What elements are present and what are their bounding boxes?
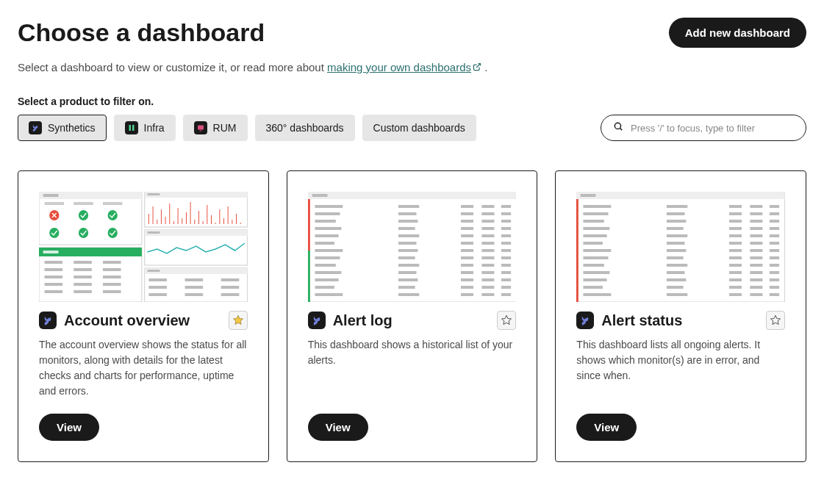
svg-rect-4 [199, 131, 201, 132]
svg-rect-81 [308, 199, 310, 251]
svg-rect-101 [481, 227, 494, 230]
svg-rect-73 [185, 286, 204, 289]
svg-rect-22 [45, 261, 63, 264]
svg-rect-216 [770, 293, 779, 296]
svg-rect-151 [576, 199, 578, 302]
svg-rect-10 [45, 202, 64, 205]
svg-rect-128 [315, 271, 341, 274]
svg-rect-30 [103, 276, 121, 278]
svg-rect-94 [398, 220, 418, 223]
svg-rect-172 [584, 234, 607, 237]
svg-rect-165 [750, 220, 763, 223]
svg-rect-179 [729, 242, 742, 245]
card-description: This dashboard lists all ongoing alerts.… [576, 337, 785, 399]
favorite-button[interactable] [497, 311, 516, 330]
card-title: Alert log [333, 312, 393, 329]
view-button[interactable]: View [308, 414, 368, 441]
svg-rect-89 [398, 212, 417, 215]
svg-rect-76 [185, 293, 204, 296]
making-dashboards-link[interactable]: making your own dashboards [327, 61, 471, 73]
svg-rect-91 [481, 212, 494, 215]
svg-rect-90 [461, 212, 473, 215]
svg-rect-80 [312, 194, 327, 197]
svg-rect-38 [145, 192, 248, 198]
svg-rect-138 [315, 286, 334, 289]
filter-synthetics[interactable]: Synthetics [18, 115, 107, 141]
svg-rect-196 [770, 264, 779, 267]
favorite-button[interactable] [766, 311, 785, 330]
view-button[interactable]: View [576, 414, 637, 441]
thumbnail-account-overview [39, 192, 248, 302]
svg-rect-175 [750, 234, 763, 237]
svg-rect-139 [398, 286, 415, 289]
search-box[interactable] [601, 115, 806, 141]
svg-point-5 [615, 123, 620, 129]
svg-rect-191 [770, 256, 779, 259]
svg-rect-137 [501, 278, 511, 281]
svg-rect-88 [315, 212, 340, 215]
svg-rect-204 [729, 278, 742, 281]
svg-rect-93 [315, 220, 335, 223]
synthetics-icon [39, 312, 57, 329]
svg-rect-170 [750, 227, 763, 230]
svg-rect-116 [481, 249, 494, 252]
svg-rect-159 [729, 212, 742, 215]
intro-suffix: . [481, 61, 487, 73]
filter-360[interactable]: 360° dashboards [255, 115, 355, 141]
view-button[interactable]: View [39, 414, 99, 441]
svg-rect-183 [667, 249, 686, 252]
synthetics-icon [576, 312, 594, 329]
filter-rum[interactable]: RUM [183, 115, 248, 141]
svg-rect-208 [667, 286, 684, 289]
filter-custom[interactable]: Custom dashboards [362, 115, 476, 141]
svg-rect-132 [501, 271, 511, 274]
svg-rect-84 [398, 205, 419, 208]
favorite-button[interactable] [229, 311, 248, 330]
svg-point-15 [108, 210, 118, 220]
svg-rect-26 [74, 268, 92, 271]
svg-rect-97 [501, 220, 511, 223]
filter-infra[interactable]: Infra [114, 115, 176, 141]
synthetics-icon [308, 312, 326, 329]
svg-rect-27 [103, 268, 121, 271]
svg-rect-155 [750, 205, 763, 208]
svg-rect-23 [74, 261, 92, 264]
svg-rect-95 [461, 220, 473, 223]
page-title: Choose a dashboard [18, 18, 265, 47]
svg-rect-197 [584, 271, 610, 274]
svg-rect-154 [729, 205, 742, 208]
svg-rect-74 [221, 286, 240, 289]
star-icon [232, 314, 244, 326]
svg-rect-125 [461, 264, 473, 267]
svg-rect-140 [461, 286, 473, 289]
card-description: The account overview shows the status fo… [39, 337, 248, 399]
svg-rect-109 [398, 242, 417, 245]
card-title: Account overview [64, 312, 190, 329]
svg-rect-205 [750, 278, 763, 281]
svg-rect-83 [315, 205, 343, 208]
svg-rect-162 [584, 220, 604, 223]
svg-point-17 [79, 228, 88, 238]
thumbnail-alert-status [576, 192, 785, 302]
add-new-dashboard-button[interactable]: Add new dashboard [669, 18, 806, 48]
svg-rect-67 [145, 268, 248, 274]
svg-rect-96 [481, 220, 494, 223]
svg-rect-12 [103, 202, 122, 205]
filter-buttons: Synthetics Infra RUM 360° dashboards Cus… [18, 115, 476, 141]
svg-rect-186 [770, 249, 779, 252]
svg-rect-25 [45, 268, 63, 271]
svg-rect-123 [315, 264, 335, 267]
svg-rect-163 [667, 220, 686, 223]
search-input[interactable] [629, 122, 794, 134]
svg-rect-207 [584, 286, 603, 289]
card-account-overview: Account overview The account overview sh… [18, 170, 269, 462]
svg-rect-78 [308, 192, 517, 302]
svg-rect-135 [461, 278, 473, 281]
svg-rect-87 [501, 205, 511, 208]
svg-rect-136 [481, 278, 494, 281]
svg-rect-211 [770, 286, 779, 289]
svg-point-16 [49, 228, 59, 238]
svg-rect-214 [729, 293, 742, 296]
svg-rect-35 [74, 290, 92, 293]
svg-rect-126 [481, 264, 494, 267]
